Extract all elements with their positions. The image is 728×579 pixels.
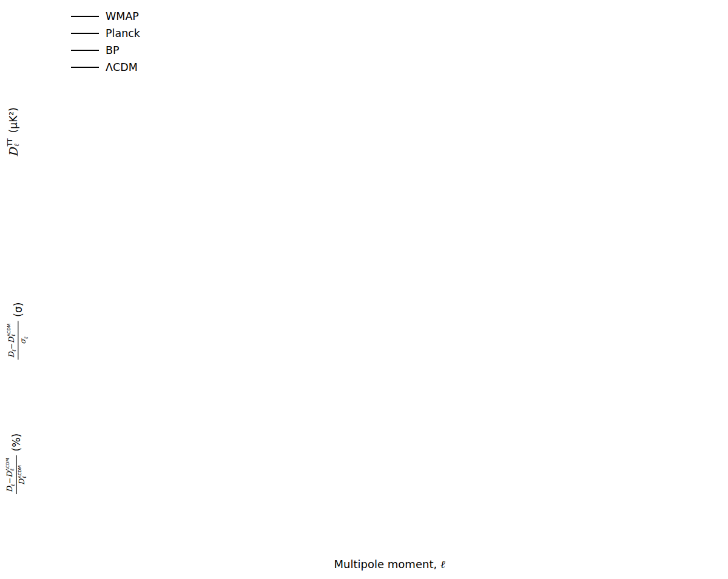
residual-numerator: Dℓ−DΛCDMℓ bbox=[7, 321, 18, 360]
figure-canvas bbox=[0, 0, 728, 579]
residual-numerator-2: Dℓ−DΛCDMℓ bbox=[5, 455, 17, 494]
unit-microkelvin-squared: (μK²) bbox=[7, 107, 19, 133]
legend-label-lcdm: ΛCDM bbox=[106, 61, 138, 73]
legend-label-planck: Planck bbox=[106, 27, 140, 39]
unit-sigma: (σ) bbox=[12, 303, 24, 317]
planck-line-sample bbox=[71, 33, 99, 34]
x-axis-label: Multipole moment, ℓ bbox=[334, 558, 445, 571]
x-axis-label-text: Multipole moment, bbox=[334, 558, 437, 571]
y-axis-label-sigma-residual: Dℓ−DΛCDMℓ σℓ (σ) bbox=[7, 303, 29, 360]
y-axis-label-percent-residual: Dℓ−DΛCDMℓ DΛCDMℓ (%) bbox=[5, 433, 27, 494]
cmb-power-spectrum-figure: WMAP Planck BP ΛCDM DTTℓ(μK²) Dℓ−DΛCDMℓ … bbox=[0, 0, 728, 579]
legend-item-planck: Planck bbox=[71, 27, 140, 39]
wmap-line-sample bbox=[71, 16, 99, 17]
legend-item-wmap: WMAP bbox=[71, 10, 139, 22]
bp-line-sample bbox=[71, 50, 99, 51]
subscript-ell: ℓ bbox=[13, 144, 21, 147]
unit-percent: (%) bbox=[10, 433, 22, 451]
symbol-D: D bbox=[7, 148, 20, 157]
legend-item-bp: BP bbox=[71, 44, 120, 56]
y-axis-label-spectrum: DTTℓ(μK²) bbox=[7, 107, 20, 157]
sigma-denominator: σℓ bbox=[19, 336, 30, 344]
lcdm-denominator: DΛCDMℓ bbox=[17, 465, 27, 485]
lcdm-line-sample bbox=[71, 67, 99, 68]
legend-label-wmap: WMAP bbox=[106, 10, 139, 22]
x-axis-label-symbol: ℓ bbox=[440, 558, 445, 571]
legend-item-lcdm: ΛCDM bbox=[71, 61, 138, 73]
legend-label-bp: BP bbox=[106, 44, 120, 56]
